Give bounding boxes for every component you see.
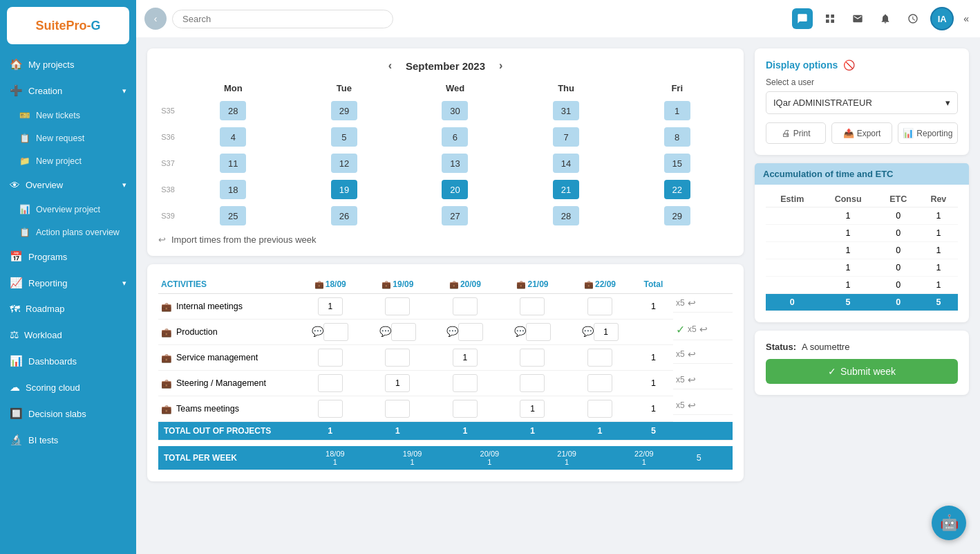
time-input[interactable] bbox=[520, 297, 545, 315]
chat-icon[interactable] bbox=[792, 8, 813, 29]
calendar-day[interactable]: 26 bbox=[289, 203, 400, 229]
time-input[interactable] bbox=[453, 297, 478, 315]
time-input[interactable] bbox=[587, 349, 612, 367]
timesheet-cell[interactable] bbox=[364, 371, 432, 396]
time-input[interactable] bbox=[385, 297, 410, 315]
time-input[interactable] bbox=[453, 349, 478, 367]
timesheet-cell[interactable] bbox=[296, 345, 364, 371]
timesheet-cell[interactable] bbox=[499, 396, 567, 422]
calendar-day[interactable]: 15 bbox=[621, 150, 733, 176]
time-input[interactable] bbox=[453, 374, 478, 392]
calendar-day[interactable]: 4 bbox=[178, 124, 289, 150]
timesheet-cell[interactable] bbox=[364, 294, 432, 320]
x5-button[interactable]: x5 bbox=[676, 298, 685, 308]
prev-month-button[interactable]: ‹ bbox=[388, 59, 392, 72]
sidebar-item-reporting[interactable]: 📈 Reporting ▾ bbox=[0, 270, 136, 296]
sidebar-item-action-plans[interactable]: 📋 Action plans overview bbox=[0, 221, 136, 243]
timesheet-cell[interactable] bbox=[566, 396, 634, 422]
calendar-day[interactable]: 20 bbox=[399, 176, 511, 203]
calendar-day[interactable]: 18 bbox=[178, 176, 289, 203]
timesheet-cell[interactable] bbox=[566, 345, 634, 371]
time-input[interactable] bbox=[587, 297, 612, 315]
time-input[interactable] bbox=[526, 323, 551, 341]
timesheet-cell[interactable] bbox=[499, 294, 567, 320]
time-input[interactable] bbox=[391, 323, 416, 341]
x5-button[interactable]: x5 bbox=[676, 349, 685, 359]
time-input[interactable] bbox=[587, 400, 612, 418]
sidebar-item-dashboards[interactable]: 📊 Dashboards bbox=[0, 348, 136, 374]
time-input[interactable] bbox=[520, 374, 545, 392]
message-icon[interactable]: 💬 bbox=[312, 326, 323, 337]
redo-icon[interactable]: ↩ bbox=[688, 297, 696, 308]
time-input[interactable] bbox=[458, 323, 483, 341]
time-input[interactable] bbox=[385, 400, 410, 418]
calendar-day[interactable]: 13 bbox=[399, 150, 511, 176]
time-input[interactable] bbox=[520, 349, 545, 367]
time-input[interactable] bbox=[594, 323, 619, 341]
sidebar-item-new-tickets[interactable]: 🎫 New tickets bbox=[0, 104, 136, 127]
sidebar-item-my-projects[interactable]: 🏠 My projects bbox=[0, 51, 136, 77]
message-icon[interactable]: 💬 bbox=[514, 326, 526, 337]
calendar-day[interactable]: 21 bbox=[511, 176, 622, 203]
timesheet-cell[interactable] bbox=[364, 396, 432, 422]
sidebar-item-workload[interactable]: ⚖ Workload bbox=[0, 322, 136, 348]
message-icon[interactable]: 💬 bbox=[582, 326, 594, 337]
timesheet-cell[interactable]: 💬 bbox=[364, 320, 432, 345]
search-input[interactable] bbox=[172, 10, 393, 28]
timesheet-cell[interactable]: 💬 bbox=[499, 320, 567, 345]
mail-icon[interactable] bbox=[847, 8, 868, 29]
timesheet-cell[interactable] bbox=[431, 371, 499, 396]
calendar-day[interactable]: 29 bbox=[621, 203, 733, 229]
x5-button[interactable]: x5 bbox=[676, 400, 685, 410]
redo-icon[interactable]: ↩ bbox=[688, 400, 696, 411]
calendar-day[interactable]: 25 bbox=[178, 203, 289, 229]
timesheet-cell[interactable] bbox=[296, 371, 364, 396]
calendar-day[interactable]: 8 bbox=[621, 124, 733, 150]
back-button[interactable]: ‹ bbox=[144, 8, 167, 30]
x5-button[interactable]: x5 bbox=[676, 375, 685, 385]
timesheet-cell[interactable] bbox=[566, 371, 634, 396]
message-icon[interactable]: 💬 bbox=[446, 326, 458, 337]
timesheet-cell[interactable] bbox=[296, 294, 364, 320]
calendar-day[interactable]: 28 bbox=[178, 98, 289, 124]
clock-icon[interactable] bbox=[903, 8, 923, 29]
timesheet-cell[interactable]: 💬 bbox=[296, 320, 364, 345]
time-input[interactable] bbox=[323, 323, 348, 341]
timesheet-cell[interactable]: 💬 bbox=[566, 320, 634, 345]
sidebar-item-creation[interactable]: ➕ Creation ▾ bbox=[0, 77, 136, 104]
redo-icon[interactable]: ↩ bbox=[699, 324, 708, 335]
timesheet-cell[interactable] bbox=[364, 345, 432, 371]
timesheet-cell[interactable] bbox=[431, 294, 499, 320]
calendar-day[interactable]: 31 bbox=[511, 98, 622, 124]
calendar-day[interactable]: 27 bbox=[399, 203, 511, 229]
message-icon[interactable]: 💬 bbox=[379, 326, 391, 337]
time-input[interactable] bbox=[318, 400, 343, 418]
sidebar-item-bi-tests[interactable]: 🔬 BI tests bbox=[0, 427, 136, 453]
calendar-day[interactable]: 29 bbox=[289, 98, 400, 124]
time-input[interactable] bbox=[318, 297, 343, 315]
calendar-day[interactable]: 1 bbox=[621, 98, 733, 124]
sidebar-item-new-project[interactable]: 📁 New project bbox=[0, 149, 136, 172]
import-times-button[interactable]: ↩ Import times from the previous week bbox=[158, 234, 733, 245]
user-select-dropdown[interactable]: IQar ADMINISTRATEUR ▾ bbox=[766, 91, 958, 114]
chatbot-button[interactable]: 🤖 bbox=[932, 506, 966, 540]
calendar-day[interactable]: 22 bbox=[621, 176, 733, 203]
avatar[interactable]: IA bbox=[930, 7, 954, 30]
collapse-sidebar-button[interactable]: « bbox=[961, 10, 972, 27]
timesheet-cell[interactable] bbox=[431, 396, 499, 422]
time-input[interactable] bbox=[520, 400, 545, 418]
calendar-day[interactable]: 14 bbox=[511, 150, 622, 176]
calendar-day[interactable]: 11 bbox=[178, 150, 289, 176]
calendar-day[interactable]: 28 bbox=[511, 203, 622, 229]
sidebar-item-scoring-cloud[interactable]: ☁ Scoring cloud bbox=[0, 374, 136, 400]
calendar-day[interactable]: 5 bbox=[289, 124, 400, 150]
calendar-day[interactable]: 30 bbox=[399, 98, 511, 124]
print-button[interactable]: 🖨 Print bbox=[766, 122, 826, 144]
time-input[interactable] bbox=[318, 374, 343, 392]
timesheet-cell[interactable] bbox=[499, 371, 567, 396]
sidebar-item-roadmap[interactable]: 🗺 Roadmap bbox=[0, 296, 136, 322]
timesheet-cell[interactable]: 💬 bbox=[431, 320, 499, 345]
export-button[interactable]: 📤 Export bbox=[831, 122, 892, 144]
timesheet-cell[interactable] bbox=[566, 294, 634, 320]
redo-icon[interactable]: ↩ bbox=[688, 374, 696, 385]
